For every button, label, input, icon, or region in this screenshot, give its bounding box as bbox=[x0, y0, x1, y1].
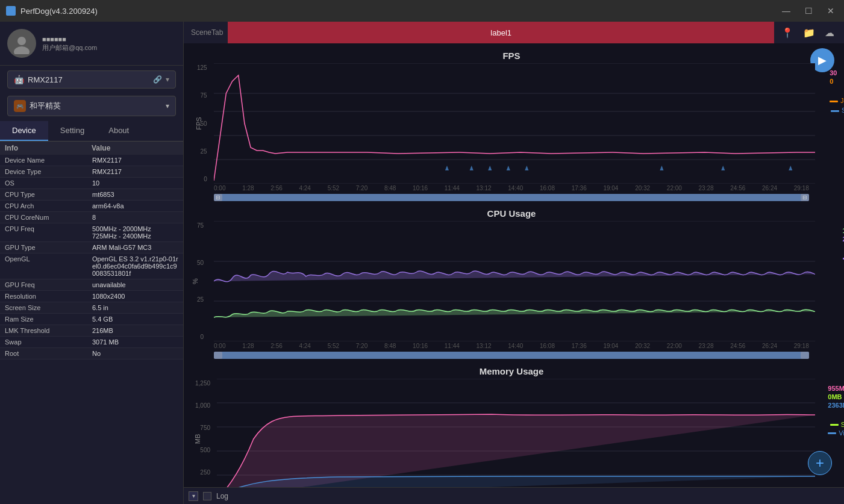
fps-chart-section: FPS FPS 125 75 50 25 0 bbox=[184, 46, 839, 201]
row-label: Screen Size bbox=[5, 304, 92, 311]
table-row: GPU Frequnavailable bbox=[0, 279, 183, 291]
table-row: Ram Size5.4 GB bbox=[0, 314, 183, 325]
row-value: No bbox=[92, 350, 178, 357]
tab-about[interactable]: About bbox=[96, 121, 141, 141]
fps-scroll-right[interactable]: ⊟ bbox=[801, 194, 809, 201]
app-icon bbox=[6, 6, 16, 16]
row-value: 5.4 GB bbox=[92, 316, 178, 323]
fps-chart-title: FPS bbox=[184, 46, 839, 63]
row-label: CPU CoreNum bbox=[5, 214, 92, 221]
row-label: Root bbox=[5, 350, 92, 357]
maximize-button[interactable]: ☐ bbox=[801, 5, 816, 17]
memory-chart-wrapper: MB 1,250 1,000 750 500 250 0 bbox=[217, 379, 815, 487]
profile-name: ■■■■■■ bbox=[42, 35, 176, 43]
cpu-chart-title: CPU Usage bbox=[184, 204, 839, 221]
add-chart-button[interactable]: + bbox=[808, 451, 832, 475]
log-checkbox[interactable] bbox=[203, 492, 211, 500]
row-value: 500MHz - 2000MHz 725MHz - 2400MHz bbox=[92, 225, 178, 240]
cpu-scroll-right[interactable] bbox=[801, 352, 809, 359]
folder-icon[interactable]: 📁 bbox=[803, 27, 815, 39]
row-label: Resolution bbox=[5, 293, 92, 300]
row-value: 6.5 in bbox=[92, 304, 178, 311]
row-value: RMX2117 bbox=[92, 168, 178, 175]
cpu-y-axis: 75 50 25 0 bbox=[197, 221, 204, 341]
memory-legend: 955MB 0MB 2363MB Memory SwapMemory Virtu… bbox=[828, 385, 844, 438]
row-value: 3071 MB bbox=[92, 338, 178, 346]
log-label: Log bbox=[216, 492, 228, 500]
scene-active-tab[interactable]: label1 bbox=[228, 22, 774, 43]
table-row: Device NameRMX2117 bbox=[0, 155, 183, 166]
cpu-scroll-left[interactable] bbox=[214, 352, 222, 359]
sidebar: ■■■■■■ 用户邮箱@qq.com 🤖 RMX2117 🔗 ▾ 🎮 和平精英 … bbox=[0, 22, 184, 504]
memory-chart-title: Memory Usage bbox=[184, 361, 839, 379]
table-row: RootNo bbox=[0, 348, 183, 359]
info-table: Info Value Device NameRMX2117Device Type… bbox=[0, 142, 183, 359]
svg-rect-4 bbox=[214, 63, 815, 184]
close-button[interactable]: ✕ bbox=[824, 5, 838, 17]
fps-scrollbar[interactable]: ⊟ ⊟ bbox=[214, 194, 809, 201]
cpu-scrollbar[interactable] bbox=[214, 352, 809, 359]
row-value: mt6853 bbox=[92, 191, 178, 198]
cpu-x-axis: 0:001:282:564:245:527:208:4810:1611:4413… bbox=[214, 343, 809, 349]
memory-chart-svg bbox=[217, 379, 815, 487]
table-row: GPU TypeARM Mali-G57 MC3 bbox=[0, 242, 183, 254]
col-header-info: Info bbox=[5, 144, 92, 152]
device-link-icon[interactable]: 🔗 bbox=[153, 75, 162, 84]
minimize-button[interactable]: — bbox=[778, 5, 794, 17]
scene-tab-label: SceneTab bbox=[186, 28, 228, 37]
table-row: CPU CoreNum8 bbox=[0, 212, 183, 223]
cpu-chart-section: CPU Usage % 75 50 25 0 bbox=[184, 204, 839, 359]
charts-container: ▶ FPS FPS 125 75 50 25 0 bbox=[184, 43, 844, 487]
window-controls: — ☐ ✕ bbox=[778, 5, 838, 17]
row-label: Ram Size bbox=[5, 316, 92, 323]
tab-setting[interactable]: Setting bbox=[48, 121, 96, 141]
row-value: arm64-v8a bbox=[92, 202, 178, 210]
row-label: GPU Type bbox=[5, 244, 92, 251]
table-row: OS10 bbox=[0, 178, 183, 189]
row-label: GPU Freq bbox=[5, 281, 92, 288]
device-actions: 🔗 ▾ bbox=[153, 75, 169, 84]
tab-device[interactable]: Device bbox=[0, 121, 48, 141]
row-value: 1080x2400 bbox=[92, 293, 178, 300]
svg-rect-19 bbox=[214, 221, 815, 341]
row-value: OpenGL ES 3.2 v1.r21p0-01rel0.d6ec04c0fa… bbox=[92, 255, 178, 277]
svg-point-0 bbox=[7, 7, 14, 14]
title-bar: PerfDog(v4.3.200924) — ☐ ✕ bbox=[0, 0, 844, 22]
cpu-chart-wrapper: % 75 50 25 0 bbox=[214, 221, 815, 341]
fps-x-axis: 0:001:282:564:245:527:208:4810:1611:4413… bbox=[214, 185, 809, 191]
row-value: RMX2117 bbox=[92, 157, 178, 164]
jank-legend-dot bbox=[830, 101, 838, 102]
stutter-legend-dot bbox=[831, 110, 839, 112]
row-label: Device Name bbox=[5, 157, 92, 164]
row-label: Device Type bbox=[5, 168, 92, 175]
app-title: PerfDog(v4.3.200924) bbox=[20, 7, 774, 16]
profile-info: ■■■■■■ 用户邮箱@qq.com bbox=[42, 35, 176, 52]
fps-scroll-left[interactable]: ⊟ bbox=[214, 194, 222, 201]
row-label: OS bbox=[5, 179, 92, 187]
app-game-icon: 🎮 bbox=[14, 100, 26, 112]
app-dropdown-icon[interactable]: ▾ bbox=[166, 102, 169, 110]
profile-section: ■■■■■■ 用户邮箱@qq.com bbox=[0, 22, 183, 66]
memory-y-axis: 1,250 1,000 750 500 250 0 bbox=[195, 379, 210, 487]
row-label: CPU Arch bbox=[5, 202, 92, 210]
log-bar: ▾ Log bbox=[184, 487, 844, 504]
table-row: Swap3071 MB bbox=[0, 337, 183, 348]
table-row: CPU Typemt6853 bbox=[0, 189, 183, 201]
info-table-header: Info Value bbox=[0, 142, 183, 155]
log-dropdown[interactable]: ▾ bbox=[189, 491, 198, 501]
row-value: unavailable bbox=[92, 281, 178, 288]
app-selector[interactable]: 🎮 和平精英 ▾ bbox=[7, 96, 176, 116]
device-selector[interactable]: 🤖 RMX2117 🔗 ▾ bbox=[7, 70, 176, 89]
device-dropdown-icon[interactable]: ▾ bbox=[166, 75, 169, 84]
tab-bar: Device Setting About bbox=[0, 121, 183, 142]
table-row: CPU Freq500MHz - 2000MHz 725MHz - 2400MH… bbox=[0, 223, 183, 242]
android-icon: 🤖 bbox=[14, 75, 24, 84]
content-area: SceneTab label1 📍 📁 ☁ ▶ FPS FPS 125 bbox=[184, 22, 844, 504]
location-icon[interactable]: 📍 bbox=[781, 27, 793, 39]
col-header-value: Value bbox=[92, 144, 178, 152]
row-value: 10 bbox=[92, 179, 178, 187]
cloud-icon[interactable]: ☁ bbox=[825, 27, 834, 39]
row-label: LMK Threshold bbox=[5, 327, 92, 334]
scene-tab-bar: SceneTab label1 📍 📁 ☁ bbox=[184, 22, 844, 43]
virtualmemory-dot bbox=[828, 432, 836, 434]
